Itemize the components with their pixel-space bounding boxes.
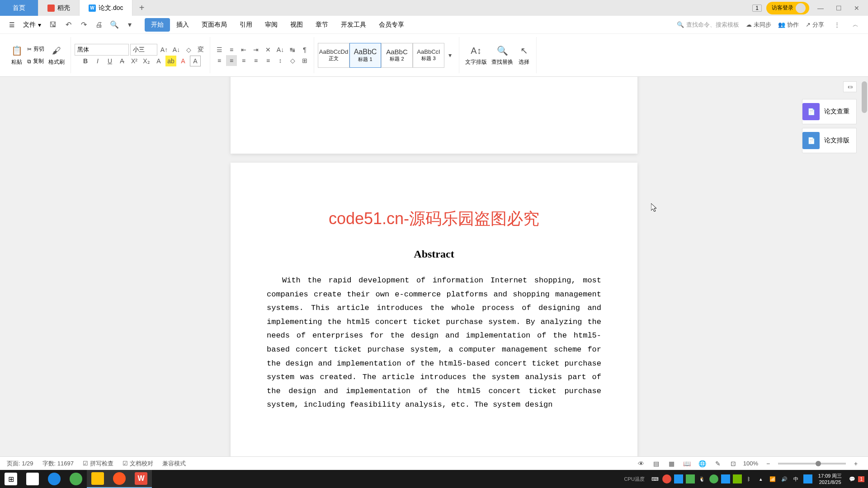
paste-button[interactable]: 📋 粘贴 — [8, 42, 25, 68]
eye-icon[interactable]: 👁 — [636, 458, 646, 469]
styles-more-button[interactable]: ▾ — [444, 50, 455, 61]
strikethrough-button[interactable]: A̶ — [117, 56, 127, 66]
page-view-icon[interactable]: ▤ — [651, 458, 662, 469]
tab-home[interactable]: 首页 — [0, 0, 38, 16]
font-size-select[interactable] — [130, 44, 157, 56]
wifi-icon[interactable]: 📶 — [768, 474, 777, 483]
nvidia-icon[interactable] — [733, 474, 742, 483]
save-icon[interactable]: 🖫 — [47, 19, 59, 31]
print-icon[interactable]: 🖨 — [93, 19, 105, 31]
tab-view[interactable]: 视图 — [284, 18, 309, 32]
text-effect-button[interactable]: A — [153, 56, 164, 66]
task-app2[interactable] — [108, 470, 130, 488]
zoom-out-button[interactable]: − — [763, 458, 774, 469]
word-count[interactable]: 字数: 11697 — [42, 460, 74, 468]
start-button[interactable]: ⊞ — [0, 470, 22, 488]
tab-chapter[interactable]: 章节 — [309, 18, 335, 32]
tray-icon[interactable] — [721, 474, 730, 483]
document-area[interactable]: code51.cn-源码乐园盗图必究 Abstract With the rap… — [0, 77, 868, 470]
collab-button[interactable]: 👥 协作 — [778, 21, 799, 29]
align-right-button[interactable]: ≡ — [238, 55, 249, 66]
task-ie[interactable] — [43, 470, 65, 488]
font-color-button[interactable]: A — [178, 56, 189, 66]
panel-toggle[interactable]: ▭ — [843, 81, 857, 92]
scroll-thumb[interactable] — [862, 81, 867, 113]
page-current[interactable]: code51.cn-源码乐园盗图必究 Abstract With the rap… — [231, 163, 637, 470]
paper-check-button[interactable]: 📄 论文查重 — [802, 99, 857, 124]
shading-button[interactable]: ◇ — [287, 55, 298, 66]
login-badge[interactable]: 访客登录 — [766, 2, 809, 14]
tray-icon[interactable] — [674, 474, 683, 483]
paper-layout-button[interactable]: 📄 论文排版 — [802, 128, 857, 153]
undo-icon[interactable]: ↶ — [62, 19, 74, 31]
tab-insert[interactable]: 插入 — [170, 18, 195, 32]
align-left-button[interactable]: ≡ — [214, 55, 225, 66]
tab-button[interactable]: ↹ — [287, 44, 298, 55]
spellcheck-toggle[interactable]: ☑ 拼写检查 — [83, 460, 113, 468]
borders-button[interactable]: ⊞ — [299, 55, 310, 66]
increase-font-icon[interactable]: A↑ — [159, 44, 170, 55]
zoom-thumb[interactable] — [816, 461, 821, 466]
outline-view-icon[interactable]: ▦ — [666, 458, 677, 469]
tab-review[interactable]: 审阅 — [259, 18, 284, 32]
tray-up-icon[interactable]: ▴ — [756, 474, 765, 483]
more-icon[interactable]: ⋮ — [831, 19, 843, 31]
close-button[interactable]: ✕ — [850, 1, 863, 15]
preview-icon[interactable]: 🔍 — [108, 19, 120, 31]
find-replace-button[interactable]: 🔍 查找替换 — [489, 42, 515, 68]
asian-layout-button[interactable]: ✕ — [263, 44, 274, 55]
search-box[interactable]: 🔍 查找命令、搜索模板 — [677, 21, 739, 29]
tab-start[interactable]: 开始 — [145, 18, 170, 32]
redo-icon[interactable]: ↷ — [78, 19, 90, 31]
vertical-scrollbar[interactable] — [861, 77, 868, 456]
tray-icon[interactable]: ⌨ — [651, 474, 660, 483]
cut-button[interactable]: ✂ 剪切 — [25, 44, 46, 54]
fit-icon[interactable]: ⊡ — [728, 458, 739, 469]
increase-indent-button[interactable]: ⇥ — [250, 44, 261, 55]
char-border-button[interactable]: A — [190, 56, 201, 66]
decrease-font-icon[interactable]: A↓ — [171, 44, 182, 55]
style-h2[interactable]: AaBbC 标题 2 — [381, 43, 413, 68]
notification-icon[interactable]: 💬 — [848, 474, 857, 483]
share-button[interactable]: ↗ 分享 — [806, 21, 824, 29]
doccheck-toggle[interactable]: ☑ 文档校对 — [123, 460, 153, 468]
font-name-select[interactable] — [75, 44, 129, 56]
tray-icon[interactable] — [803, 474, 812, 483]
superscript-button[interactable]: X² — [129, 56, 140, 66]
bold-button[interactable]: B — [80, 56, 91, 66]
underline-button[interactable]: U — [104, 56, 115, 66]
tab-daoqiao[interactable]: 稻壳 — [38, 0, 80, 16]
align-center-button[interactable]: ≡ — [226, 55, 237, 66]
dropdown-icon[interactable]: ▾ — [124, 19, 136, 31]
justify-button[interactable]: ≡ — [250, 55, 261, 66]
copy-button[interactable]: ⧉ 复制 — [25, 56, 46, 66]
abstract-body[interactable]: With the rapid development of informatio… — [267, 274, 601, 412]
task-app1[interactable] — [22, 470, 43, 488]
tab-count[interactable]: 1 — [752, 5, 762, 12]
decrease-indent-button[interactable]: ⇤ — [238, 44, 249, 55]
ime-icon[interactable]: 中 — [792, 474, 801, 483]
bluetooth-icon[interactable]: ᛒ — [745, 474, 754, 483]
hamburger-menu[interactable]: ☰ — [7, 21, 17, 28]
task-wps[interactable]: W — [130, 470, 152, 488]
file-menu[interactable]: 文件 ▾ — [21, 21, 43, 29]
tab-member[interactable]: 会员专享 — [373, 18, 410, 32]
style-normal[interactable]: AaBbCcDd 正文 — [318, 43, 349, 68]
style-h1[interactable]: AaBbC 标题 1 — [349, 43, 381, 68]
maximize-button[interactable]: ☐ — [832, 1, 845, 15]
volume-icon[interactable]: 🔊 — [780, 474, 789, 483]
task-explorer[interactable] — [87, 470, 108, 488]
numbering-button[interactable]: ≡ — [226, 44, 237, 55]
read-view-icon[interactable]: 📖 — [682, 458, 693, 469]
italic-button[interactable]: I — [92, 56, 103, 66]
collapse-ribbon-icon[interactable]: ︿ — [849, 19, 861, 31]
tray-icon[interactable] — [662, 474, 671, 483]
clear-format-icon[interactable]: ◇ — [183, 44, 194, 55]
tray-icon[interactable] — [686, 474, 695, 483]
show-marks-button[interactable]: ¶ — [299, 44, 310, 55]
tab-add-button[interactable]: + — [132, 3, 151, 13]
distribute-button[interactable]: ≡ — [263, 55, 274, 66]
line-spacing-button[interactable]: ↕ — [275, 55, 286, 66]
bullets-button[interactable]: ☰ — [214, 44, 225, 55]
zoom-slider[interactable] — [778, 463, 846, 465]
